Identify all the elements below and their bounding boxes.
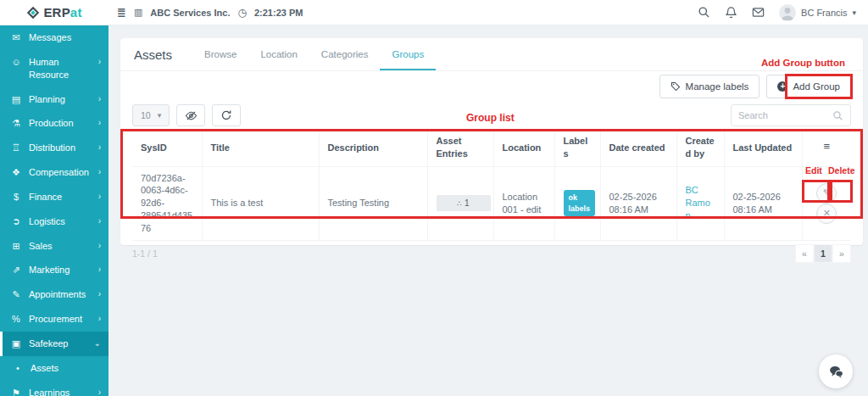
cell-actions: ✎ ✕ xyxy=(802,166,851,240)
sidebar-item-sales[interactable]: ⊞Sales› xyxy=(0,234,108,259)
sidebar-item-marketing[interactable]: ⇗Marketing› xyxy=(0,258,108,282)
page-title: Assets xyxy=(134,47,172,62)
prev-page-button[interactable]: « xyxy=(795,244,814,263)
sidebar-item-production[interactable]: ⚗Production› xyxy=(0,111,108,136)
sidebar-item-label: Sales xyxy=(29,240,92,253)
column-header-created-by: Created by xyxy=(676,129,724,166)
caret-down-icon: ▾ xyxy=(158,111,162,120)
column-header-title: Title xyxy=(202,129,319,166)
cell-asset-entries: ∴1 xyxy=(427,166,493,240)
sidebar-item-label: Human Resource xyxy=(29,56,92,81)
sidebar-item-safekeep[interactable]: ▣Safekeep⌄ xyxy=(0,332,108,356)
next-page-button[interactable]: » xyxy=(832,244,851,263)
hand-coins-icon: ❖ xyxy=(10,166,22,178)
chevron-right-icon: › xyxy=(98,288,101,299)
sidebar-item-appointments[interactable]: ✎Appointments› xyxy=(0,282,108,307)
sidebar-item-label: Procurement xyxy=(29,313,92,326)
sidebar-item-learnings[interactable]: ⚑Learnings› xyxy=(0,381,108,396)
sidebar-item-planning[interactable]: ▤Planning› xyxy=(0,87,108,112)
mail-icon[interactable] xyxy=(752,6,765,19)
column-header-sysid: SysID xyxy=(132,129,202,166)
tab-browse[interactable]: Browse xyxy=(192,38,248,70)
page-size-select[interactable]: 10▾ xyxy=(132,104,170,126)
sidebar-item-logistics[interactable]: ➲Logistics› xyxy=(0,209,108,234)
toggle-columns-button[interactable] xyxy=(176,104,205,126)
tab-location[interactable]: Location xyxy=(248,38,309,70)
tabs-row: Assets BrowseLocationCategoriesGroups xyxy=(120,38,863,71)
table-row[interactable]: 70d7236a-0063-4d6c-92d6-289541d43576 Thi… xyxy=(132,166,851,240)
sidebar-item-label: Distribution xyxy=(29,142,92,154)
sidebar-toggle-icon[interactable]: ≣ xyxy=(117,7,126,18)
chevron-right-icon: › xyxy=(98,240,101,251)
sidebar-item-label: Finance xyxy=(29,191,92,204)
table-header-row: SysIDTitleDescriptionAsset EntriesLocati… xyxy=(132,129,851,166)
app-logo[interactable]: ERPat xyxy=(0,5,108,20)
main-content: Assets BrowseLocationCategoriesGroups Ma… xyxy=(108,25,868,396)
chevron-right-icon: › xyxy=(98,166,101,177)
assets-card: Assets BrowseLocationCategoriesGroups Ma… xyxy=(120,38,863,245)
company-name[interactable]: ABC Services Inc. xyxy=(150,8,230,18)
table-toolbar: 10▾ xyxy=(120,102,863,129)
chat-button[interactable] xyxy=(819,354,853,388)
chevron-down-icon: ⌄ xyxy=(94,337,101,349)
sidebar-item-compensation[interactable]: ❖Compensation› xyxy=(0,160,108,185)
cell-created-by: BC Ramon xyxy=(676,166,724,240)
delete-button[interactable]: ✕ xyxy=(816,204,837,224)
topbar: ERPat ≣ ▥ ABC Services Inc. ◷ 2:21:23 PM… xyxy=(0,0,868,25)
sidebar-item-label: Planning xyxy=(29,93,92,106)
sidebar-item-label: Logistics xyxy=(29,215,92,228)
users-icon: ☺ xyxy=(10,56,22,68)
box-icon: ▣ xyxy=(10,337,22,349)
created-by-link[interactable]: BC Ramon xyxy=(686,185,710,220)
column-header-labels: Labels xyxy=(554,129,600,166)
tab-categories[interactable]: Categories xyxy=(309,38,381,70)
chevron-right-icon: › xyxy=(98,264,101,275)
eye-slash-icon xyxy=(185,109,198,122)
sidebar-item-label: Assets xyxy=(31,362,101,375)
column-header-asset-entries: Asset Entries xyxy=(427,129,493,166)
pen-square-icon: ✎ xyxy=(10,288,22,300)
clock-icon: ◷ xyxy=(237,8,246,18)
search-icon xyxy=(832,110,843,121)
chevron-right-icon: › xyxy=(98,215,101,226)
sidebar-item-label: Learnings xyxy=(29,387,92,396)
add-group-button[interactable]: + Add Group xyxy=(766,75,851,98)
user-name: BC Francis xyxy=(801,8,847,18)
page-number-button[interactable]: 1 xyxy=(814,244,832,263)
pencil-icon: ✎ xyxy=(823,187,831,198)
tab-groups[interactable]: Groups xyxy=(380,38,436,70)
sidebar-item-label: Safekeep xyxy=(29,337,87,350)
sidebar-item-messages[interactable]: ✉Messages xyxy=(0,25,108,50)
sidebar-item-assets[interactable]: •Assets xyxy=(0,356,108,381)
edit-button[interactable]: ✎ xyxy=(816,183,837,204)
row-range-label: 1-1 / 1 xyxy=(132,248,158,259)
sidebar-item-procurement[interactable]: %Procurement› xyxy=(0,307,108,332)
manage-labels-button[interactable]: Manage labels xyxy=(659,75,760,98)
asset-entries-badge[interactable]: ∴1 xyxy=(437,195,491,212)
refresh-button[interactable] xyxy=(212,104,241,126)
chevron-right-icon: › xyxy=(98,93,101,104)
sidebar-item-distribution[interactable]: ♖Distribution› xyxy=(0,136,108,160)
chevron-right-icon: › xyxy=(98,142,101,153)
notifications-bell-icon[interactable] xyxy=(725,6,737,19)
sidebar-item-label: Production xyxy=(29,117,92,130)
bullet-icon: • xyxy=(12,362,24,374)
chevron-right-icon: › xyxy=(98,313,101,324)
sidebar-item-label: Marketing xyxy=(29,264,92,276)
pagination: « 1 » xyxy=(795,244,851,263)
logo-text: ERPat xyxy=(43,5,81,20)
sidebar-item-finance[interactable]: $Finance› xyxy=(0,185,108,209)
user-menu[interactable]: BC Francis ▾ xyxy=(779,4,856,21)
search-input[interactable] xyxy=(738,110,827,120)
envelope-icon: ✉ xyxy=(10,31,22,43)
grad-cap-icon: ⚑ xyxy=(10,387,22,396)
sidebar-item-human-resource[interactable]: ☺Human Resource› xyxy=(0,50,108,87)
search-icon[interactable] xyxy=(698,6,710,19)
cell-description: Testing Testing xyxy=(319,166,427,240)
avatar xyxy=(779,4,796,21)
truck-icon: ➲ xyxy=(10,215,22,227)
list-menu-icon[interactable]: ≡ xyxy=(811,140,843,154)
caret-down-icon: ▾ xyxy=(852,8,856,17)
chat-bubbles-icon xyxy=(828,365,844,379)
current-time: 2:21:23 PM xyxy=(254,8,303,18)
